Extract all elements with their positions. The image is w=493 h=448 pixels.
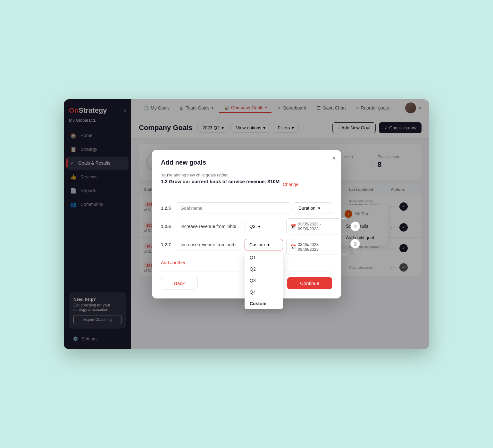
duration-chevron-2: ▾	[258, 224, 260, 229]
delete-goal-2-button[interactable]: 🗑	[350, 222, 360, 231]
modal-overlay: × Add new goals You're adding new child …	[64, 99, 429, 349]
add-goals-modal: × Add new goals You're adding new child …	[152, 150, 341, 298]
date-range-2: 📅 03/05/2023 - 09/09/2023	[286, 218, 347, 234]
dropdown-option-q3[interactable]: Q3	[245, 275, 283, 286]
calendar-icon-3: 📅	[290, 244, 296, 249]
date-range-value-3: 03/05/2023 - 09/09/2023	[298, 242, 343, 252]
duration-button-3[interactable]: Custom ▾	[245, 239, 283, 250]
goal-name-input-3[interactable]	[176, 239, 241, 250]
dropdown-option-q1[interactable]: Q1	[245, 252, 283, 263]
change-parent-button[interactable]: Change	[283, 182, 298, 187]
duration-button-2[interactable]: Q3 ▾	[245, 221, 283, 232]
continue-button[interactable]: Continue	[287, 277, 332, 289]
goal-row-1: 1.2.5 Duration ▾	[161, 202, 332, 214]
duration-label-1: Duration	[298, 206, 315, 211]
calendar-icon-2: 📅	[290, 224, 296, 229]
back-button[interactable]: Back	[161, 277, 198, 289]
duration-select-1: Duration ▾	[294, 202, 332, 214]
goal-row-3: 1.2.7 Custom ▾ Q1 Q2 Q3 Q4 C	[161, 239, 332, 255]
modal-parent-row: 1.2 Grow our current book of service rev…	[161, 179, 332, 191]
date-range-3: 📅 03/05/2023 - 09/09/2023	[286, 239, 347, 255]
dropdown-option-custom[interactable]: Custom	[245, 298, 283, 309]
goal-number-3: 1.2.7	[161, 242, 172, 247]
dropdown-option-q4[interactable]: Q4	[245, 286, 283, 298]
duration-label-3: Custom	[249, 242, 265, 247]
duration-select-2: Q3 ▾	[245, 221, 283, 232]
duration-chevron-3: ▾	[267, 242, 270, 247]
delete-goal-3-button[interactable]: 🗑	[350, 239, 360, 248]
goal-row-2: 1.2.6 Q3 ▾ 📅 03/05/2023 - 09/09/2023 🗑	[161, 218, 332, 234]
goal-number-1: 1.2.5	[161, 206, 172, 211]
goal-number-2: 1.2.6	[161, 224, 172, 229]
dropdown-option-q2[interactable]: Q2	[245, 263, 283, 275]
goal-rows: 1.2.5 Duration ▾ 1.2.6 Q3	[161, 202, 332, 255]
modal-subtitle: You're adding new child goals under	[161, 173, 332, 177]
date-range-value-2: 03/05/2023 - 09/09/2023	[298, 222, 343, 231]
goal-name-input-1[interactable]	[176, 202, 290, 214]
modal-divider	[161, 196, 332, 196]
goal-name-input-2[interactable]	[176, 221, 241, 232]
duration-dropdown-3: Q1 Q2 Q3 Q4 Custom	[245, 252, 283, 309]
modal-close-button[interactable]: ×	[332, 155, 336, 161]
duration-label-2: Q3	[249, 224, 255, 229]
duration-select-3[interactable]: Custom ▾ Q1 Q2 Q3 Q4 Custom	[245, 239, 283, 250]
modal-title: Add new goals	[161, 159, 332, 166]
duration-chevron-1: ▾	[318, 206, 320, 211]
duration-button-1[interactable]: Duration ▾	[294, 202, 332, 214]
modal-parent-name: 1.2 Grow our current book of service rev…	[161, 179, 280, 184]
